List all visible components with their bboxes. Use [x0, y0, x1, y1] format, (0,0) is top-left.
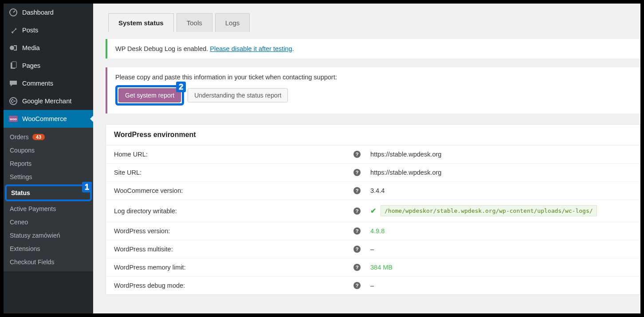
submenu-label: Active Payments — [10, 205, 56, 212]
gauge-icon — [9, 8, 18, 17]
row-label: Home URL: — [114, 151, 353, 158]
menu-label: WooCommerce — [22, 115, 67, 122]
annotation-number-1: 1 — [82, 182, 92, 192]
help-icon[interactable]: ? — [353, 246, 361, 253]
wp-environment-table: WordPress environment Home URL: ? https:… — [106, 124, 640, 295]
menu-label: Google Merchant — [22, 98, 71, 105]
row-label: WooCommerce version: — [114, 187, 353, 194]
row-site-url: Site URL: ? https://stable.wpdesk.org — [106, 164, 640, 182]
sidebar-item-dashboard[interactable]: Dashboard — [4, 4, 93, 21]
row-label: WordPress multisite: — [114, 246, 353, 253]
row-value: 4.9.8 — [370, 227, 385, 235]
main-content: System status Tools Logs WP Desk Debug L… — [93, 4, 640, 313]
disable-debug-link[interactable]: Please disable it after testing — [210, 45, 292, 52]
svg-rect-3 — [12, 62, 16, 68]
submenu-label: Checkout Fields — [10, 258, 54, 266]
google-icon — [9, 97, 18, 106]
tab-tools[interactable]: Tools — [177, 13, 212, 32]
submenu-item-orders[interactable]: Orders 43 — [4, 130, 93, 144]
row-label: WordPress debug mode: — [114, 282, 353, 289]
submenu-label: Reports — [10, 160, 31, 167]
woo-icon: woo — [9, 114, 18, 123]
submenu-label: Statusy zamówień — [10, 232, 60, 239]
row-log-writable: Log directory writable: ? ✔ /home/wpdesk… — [106, 200, 640, 222]
support-panel: Please copy and paste this information i… — [106, 67, 640, 113]
sidebar-item-comments[interactable]: Comments — [4, 74, 93, 92]
notice-text: WP Desk Debug Log is enabled. — [115, 45, 210, 52]
help-icon[interactable]: ? — [353, 264, 361, 271]
row-label: Log directory writable: — [114, 207, 353, 215]
submenu-item-extensions[interactable]: Extensions — [4, 242, 93, 255]
check-icon: ✔ — [370, 207, 376, 215]
tab-logs[interactable]: Logs — [215, 13, 250, 32]
get-system-report-button[interactable]: Get system report — [118, 88, 181, 102]
help-icon[interactable]: ? — [353, 169, 361, 176]
submenu-item-reports[interactable]: Reports — [4, 157, 93, 170]
sidebar-item-google-merchant[interactable]: Google Merchant — [4, 92, 93, 110]
menu-label: Comments — [22, 80, 53, 87]
row-label: WordPress memory limit: — [114, 264, 353, 271]
row-value: – — [370, 246, 632, 253]
row-wc-version: WooCommerce version: ? 3.4.4 — [106, 182, 640, 200]
admin-sidebar: Dashboard Posts Media Pages Comments Goo… — [4, 4, 93, 313]
row-value: https://stable.wpdesk.org — [370, 169, 632, 176]
row-multisite: WordPress multisite: ? – — [106, 240, 640, 258]
support-instruction: Please copy and paste this information i… — [115, 74, 632, 81]
annotation-number-2: 2 — [176, 82, 186, 92]
submenu-label: Orders — [10, 133, 29, 141]
woocommerce-submenu: Orders 43 Coupons Reports Settings Statu… — [4, 128, 93, 271]
notice-suffix: . — [292, 45, 294, 52]
row-home-url: Home URL: ? https://stable.wpdesk.org — [106, 145, 640, 164]
sidebar-item-media[interactable]: Media — [4, 39, 93, 57]
row-memory: WordPress memory limit: ? 384 MB — [106, 258, 640, 277]
pin-icon — [9, 26, 18, 35]
help-icon[interactable]: ? — [353, 187, 361, 194]
sidebar-item-woocommerce[interactable]: woo WooCommerce — [4, 110, 93, 128]
sidebar-item-posts[interactable]: Posts — [4, 21, 93, 39]
debug-log-notice: WP Desk Debug Log is enabled. Please dis… — [106, 39, 640, 59]
orders-count-badge: 43 — [32, 134, 45, 140]
svg-text:woo: woo — [9, 117, 17, 121]
menu-label: Pages — [22, 62, 40, 69]
help-icon[interactable]: ? — [353, 282, 361, 289]
row-wp-version: WordPress version: ? 4.9.8 — [106, 222, 640, 240]
row-label: Site URL: — [114, 169, 353, 176]
media-icon — [9, 43, 18, 52]
submenu-label: Coupons — [10, 147, 35, 154]
submenu-item-statusy[interactable]: Statusy zamówień — [4, 229, 93, 242]
submenu-label: Status — [11, 189, 30, 196]
submenu-item-ceneo[interactable]: Ceneo — [4, 215, 93, 229]
annotation-2-highlight: Get system report 2 — [115, 85, 184, 106]
submenu-item-settings[interactable]: Settings — [4, 170, 93, 184]
help-icon[interactable]: ? — [353, 151, 361, 158]
row-value: https://stable.wpdesk.org — [370, 151, 632, 158]
submenu-label: Settings — [10, 173, 32, 180]
annotation-1-highlight: Status 1 — [5, 184, 92, 201]
table-header: WordPress environment — [106, 125, 640, 145]
sidebar-item-pages[interactable]: Pages — [4, 57, 93, 74]
row-label: WordPress version: — [114, 227, 353, 235]
submenu-item-status[interactable]: Status — [7, 186, 90, 200]
svg-point-1 — [10, 46, 14, 50]
page-icon — [9, 61, 18, 70]
help-icon[interactable]: ? — [353, 207, 361, 215]
menu-label: Dashboard — [22, 9, 54, 16]
row-value: 3.4.4 — [370, 187, 632, 194]
submenu-item-coupons[interactable]: Coupons — [4, 144, 93, 157]
understanding-report-button[interactable]: Understanding the status report — [188, 88, 288, 102]
submenu-label: Extensions — [10, 245, 40, 252]
submenu-item-active-payments[interactable]: Active Payments — [4, 202, 93, 215]
tab-system-status[interactable]: System status — [108, 13, 174, 32]
menu-label: Posts — [22, 27, 38, 34]
row-debug: WordPress debug mode: ? – — [106, 277, 640, 294]
status-tabs: System status Tools Logs — [108, 13, 640, 32]
comment-icon — [9, 79, 18, 88]
help-icon[interactable]: ? — [353, 227, 361, 235]
submenu-item-checkout-fields[interactable]: Checkout Fields — [4, 255, 93, 269]
row-value: /home/wpdeskor/stable.wpdesk.org/wp-cont… — [381, 205, 597, 216]
row-value: 384 MB — [370, 264, 393, 271]
menu-label: Media — [22, 44, 40, 51]
submenu-label: Ceneo — [10, 219, 28, 226]
row-value: – — [370, 282, 632, 289]
